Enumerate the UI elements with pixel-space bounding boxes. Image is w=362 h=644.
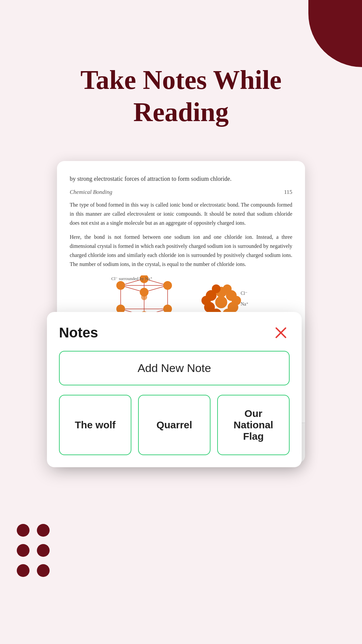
- heading-line1: Take Notes While: [80, 65, 282, 95]
- dot-3: [17, 544, 29, 557]
- note-card-title-2: Quarrel: [157, 419, 192, 431]
- heading-line2: Reading: [133, 97, 229, 127]
- note-card-title-1: The wolf: [75, 419, 116, 431]
- dot-4: [37, 544, 50, 557]
- reader-page-header: Chemical Bonding 115: [70, 189, 292, 196]
- notes-modal-title: Notes: [59, 325, 98, 341]
- crystal-label-cl: Cl⁻ surrounded by Na⁺: [111, 276, 153, 281]
- svg-text:Cl⁻: Cl⁻: [241, 291, 247, 296]
- svg-point-34: [223, 284, 232, 293]
- svg-point-33: [212, 284, 221, 293]
- decorative-corner: [308, 0, 362, 67]
- svg-point-29: [232, 296, 241, 305]
- notes-close-button[interactable]: [272, 324, 290, 341]
- notes-grid: The wolf Quarrel Our National Flag: [59, 395, 290, 455]
- svg-point-19: [141, 294, 147, 300]
- svg-point-14: [163, 281, 172, 290]
- notes-modal: Notes Add New Note The wolf Quarrel Our …: [47, 312, 302, 467]
- svg-point-20: [215, 296, 227, 308]
- note-card-2[interactable]: Quarrel: [138, 395, 210, 455]
- note-card-1[interactable]: The wolf: [59, 395, 131, 455]
- dot-6: [37, 564, 50, 577]
- page-number: 115: [284, 189, 292, 196]
- dot-2: [37, 524, 50, 537]
- add-new-note-button[interactable]: Add New Note: [59, 351, 290, 385]
- svg-point-28: [201, 296, 211, 305]
- dot-5: [17, 564, 29, 577]
- note-card-3[interactable]: Our National Flag: [217, 395, 290, 455]
- reader-opening-text: by strong electrostatic forces of attrac…: [70, 174, 292, 183]
- decorative-dots: [17, 524, 50, 577]
- reader-paragraph1: The type of bond formed in this way is c…: [70, 200, 292, 228]
- svg-text:Na⁺: Na⁺: [241, 302, 248, 307]
- note-card-title-3: Our National Flag: [225, 408, 282, 442]
- dot-1: [17, 524, 29, 537]
- chapter-title: Chemical Bonding: [70, 189, 112, 196]
- svg-point-12: [116, 281, 125, 290]
- reader-paragraph2: Here, the bond is not formed between one…: [70, 232, 292, 269]
- page-title: Take Notes While Reading: [0, 64, 362, 128]
- notes-modal-header: Notes: [59, 324, 290, 341]
